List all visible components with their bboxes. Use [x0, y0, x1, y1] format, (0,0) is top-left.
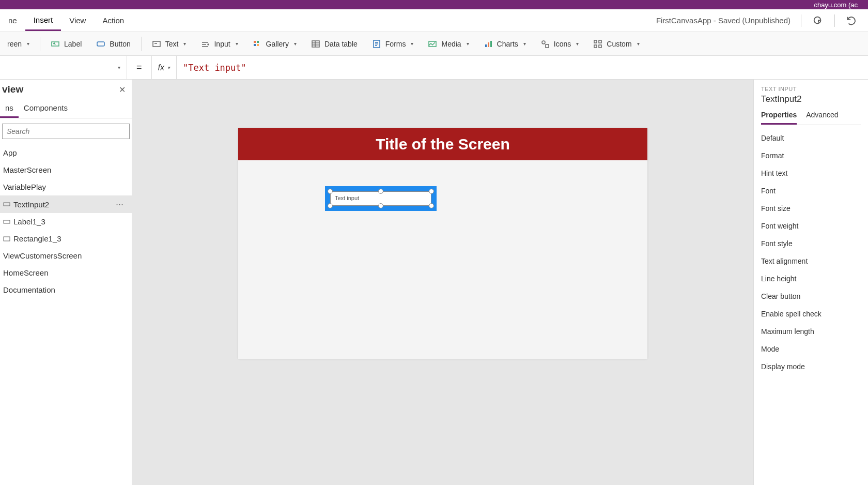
ribbon-forms[interactable]: Forms▾ — [365, 32, 421, 55]
tree-title: view — [2, 84, 23, 95]
svg-rect-12 — [488, 42, 489, 47]
resize-handle-se[interactable] — [429, 203, 434, 208]
table-icon — [311, 39, 320, 49]
prop-default[interactable]: Default — [761, 129, 861, 147]
svg-rect-21 — [4, 220, 10, 223]
resize-handle-ne[interactable] — [429, 189, 434, 194]
properties-list: Default Format Hint text Font Font size … — [761, 129, 861, 375]
chevron-down-icon: ▾ — [183, 41, 186, 47]
search-input[interactable] — [2, 124, 130, 139]
tree-item-documentation[interactable]: Documentation — [0, 281, 132, 298]
resize-handle-sw[interactable] — [328, 203, 333, 208]
chevron-down-icon: ▾ — [118, 65, 120, 70]
screen-preview[interactable]: Title of the Screen — [238, 128, 647, 359]
ribbon-button[interactable]: Button — [89, 32, 137, 55]
tab-advanced[interactable]: Advanced — [806, 111, 838, 125]
menu-action[interactable]: Action — [94, 11, 132, 30]
undo-icon[interactable] — [845, 14, 858, 27]
tab-components[interactable]: Components — [19, 99, 73, 118]
ribbon-input[interactable]: Input▾ — [193, 32, 245, 55]
prop-maxlength[interactable]: Maximum length — [761, 323, 861, 340]
svg-point-14 — [542, 41, 545, 44]
ribbon-datatable[interactable]: Data table — [304, 32, 365, 55]
label-icon — [3, 218, 10, 225]
prop-displaymode[interactable]: Display mode — [761, 358, 861, 375]
tree-item-viewcustomers[interactable]: ViewCustomersScreen — [0, 247, 132, 264]
chevron-down-icon: ▾ — [637, 41, 640, 47]
tree-item-masterscreen[interactable]: MasterScreen — [0, 161, 132, 178]
svg-point-3 — [208, 44, 209, 45]
tree-item-homescreen[interactable]: HomeScreen — [0, 264, 132, 281]
prop-mode[interactable]: Mode — [761, 340, 861, 358]
menu-view[interactable]: View — [61, 11, 94, 30]
chevron-down-icon: ▾ — [411, 41, 413, 47]
selected-textinput-control[interactable]: Text input — [325, 186, 437, 211]
svg-rect-4 — [254, 41, 256, 43]
tree-item-textinput2[interactable]: TextInput2 ⋯ — [0, 195, 132, 213]
ribbon-charts[interactable]: Charts▾ — [476, 32, 533, 55]
prop-textalignment[interactable]: Text alignment — [761, 252, 861, 270]
prop-fontsize[interactable]: Font size — [761, 200, 861, 217]
formula-input[interactable]: "Text input" — [177, 63, 868, 73]
close-icon[interactable]: ✕ — [119, 85, 126, 95]
ribbon-custom[interactable]: Custom▾ — [586, 32, 646, 55]
svg-rect-16 — [594, 40, 597, 43]
property-dropdown[interactable]: ▾ — [0, 56, 127, 79]
prop-clearbutton[interactable]: Clear button — [761, 287, 861, 305]
ribbon: reen▾ Label Button Text▾ Input▾ Gallery▾… — [0, 32, 868, 56]
menu-home[interactable]: ne — [0, 11, 25, 30]
svg-rect-5 — [257, 41, 259, 43]
control-name[interactable]: TextInput2 — [761, 94, 861, 104]
tree-item-label1-3[interactable]: Label1_3 — [0, 213, 132, 230]
ribbon-icons[interactable]: Icons▾ — [533, 32, 586, 55]
app-status: FirstCanvasApp - Saved (Unpublished) — [656, 16, 791, 25]
custom-icon — [593, 39, 602, 49]
tree-list: App MasterScreen VariablePlay TextInput2… — [0, 144, 132, 485]
tree-item-variableplay[interactable]: VariablePlay — [0, 178, 132, 195]
tree-item-rectangle1-3[interactable]: Rectangle1_3 — [0, 230, 132, 247]
ribbon-label[interactable]: Label — [43, 32, 89, 55]
menu-insert[interactable]: Insert — [25, 10, 61, 31]
svg-rect-0 — [52, 42, 59, 46]
prop-font[interactable]: Font — [761, 182, 861, 200]
chevron-down-icon: ▾ — [167, 65, 170, 70]
tree-search — [2, 124, 130, 139]
ribbon-media[interactable]: Media▾ — [421, 32, 476, 55]
media-icon — [428, 39, 437, 49]
svg-rect-6 — [254, 44, 256, 46]
chevron-down-icon: ▾ — [27, 41, 29, 47]
ribbon-text[interactable]: Text▾ — [145, 32, 194, 55]
prop-format[interactable]: Format — [761, 147, 861, 164]
ribbon-new-screen[interactable]: reen▾ — [0, 32, 37, 55]
fx-button[interactable]: fx▾ — [151, 56, 177, 79]
svg-rect-11 — [485, 44, 487, 47]
prop-lineheight[interactable]: Line height — [761, 270, 861, 287]
separator — [141, 37, 142, 51]
resize-handle-nw[interactable] — [328, 189, 333, 194]
svg-rect-8 — [312, 41, 319, 47]
tab-screens[interactable]: ns — [0, 99, 19, 118]
prop-fontweight[interactable]: Font weight — [761, 217, 861, 235]
health-check-icon[interactable] — [812, 14, 824, 27]
svg-rect-18 — [594, 45, 597, 48]
resize-handle-s[interactable] — [378, 203, 383, 208]
properties-panel: TEXT INPUT TextInput2 Properties Advance… — [753, 80, 868, 485]
forms-icon — [372, 39, 381, 49]
tab-properties[interactable]: Properties — [761, 111, 797, 125]
prop-fontstyle[interactable]: Font style — [761, 235, 861, 252]
main-area: view ✕ ns Components App MasterScreen Va… — [0, 80, 868, 485]
ribbon-gallery[interactable]: Gallery▾ — [245, 32, 304, 55]
prop-hinttext[interactable]: Hint text — [761, 164, 861, 182]
chevron-down-icon: ▾ — [294, 41, 297, 47]
textinput-inner[interactable]: Text input — [330, 191, 431, 206]
more-icon[interactable]: ⋯ — [116, 200, 125, 209]
control-type-label: TEXT INPUT — [761, 86, 861, 92]
tree-item-app[interactable]: App — [0, 144, 132, 161]
canvas[interactable]: Title of the Screen Text input — [132, 80, 753, 485]
menu-bar: ne Insert View Action FirstCanvasApp - S… — [0, 9, 868, 32]
resize-handle-n[interactable] — [378, 189, 383, 194]
separator — [40, 37, 40, 51]
prop-spellcheck[interactable]: Enable spell check — [761, 305, 861, 323]
svg-rect-19 — [599, 45, 601, 48]
gallery-icon — [253, 39, 262, 49]
